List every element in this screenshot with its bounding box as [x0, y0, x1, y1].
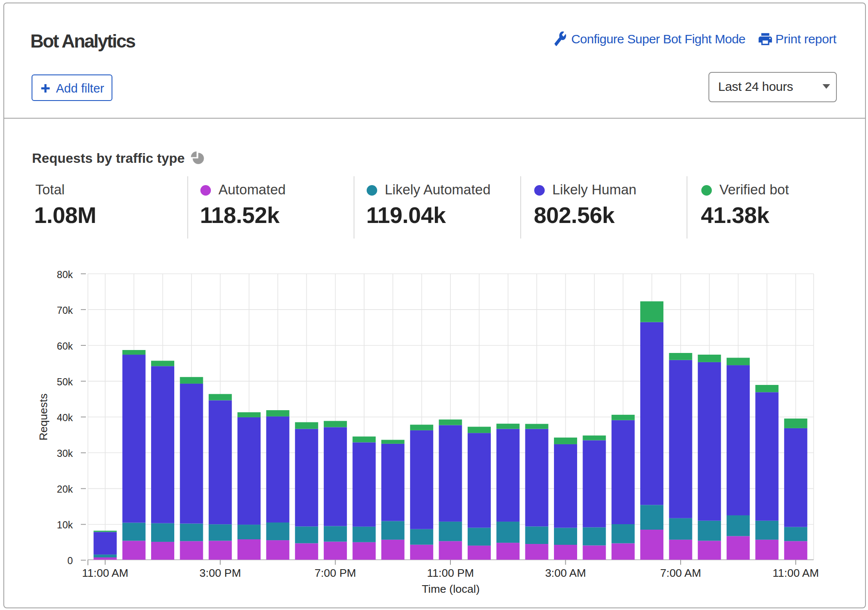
- svg-text:60k: 60k: [57, 341, 73, 352]
- svg-text:30k: 30k: [57, 448, 73, 459]
- svg-text:3:00 PM: 3:00 PM: [200, 567, 241, 579]
- svg-text:70k: 70k: [57, 305, 73, 316]
- svg-text:50k: 50k: [57, 377, 73, 387]
- svg-text:0: 0: [67, 555, 73, 566]
- svg-text:40k: 40k: [57, 412, 73, 423]
- svg-text:11:00 AM: 11:00 AM: [82, 567, 128, 579]
- svg-text:7:00 PM: 7:00 PM: [314, 567, 356, 579]
- svg-text:7:00 AM: 7:00 AM: [660, 567, 701, 579]
- svg-text:11:00 PM: 11:00 PM: [427, 567, 474, 579]
- svg-text:Requests: Requests: [37, 393, 50, 440]
- svg-text:80k: 80k: [57, 269, 73, 280]
- svg-text:10k: 10k: [57, 520, 73, 530]
- svg-text:20k: 20k: [57, 484, 73, 495]
- svg-text:Time (local): Time (local): [422, 583, 479, 595]
- svg-text:11:00 AM: 11:00 AM: [772, 567, 819, 579]
- svg-text:3:00 AM: 3:00 AM: [545, 567, 586, 579]
